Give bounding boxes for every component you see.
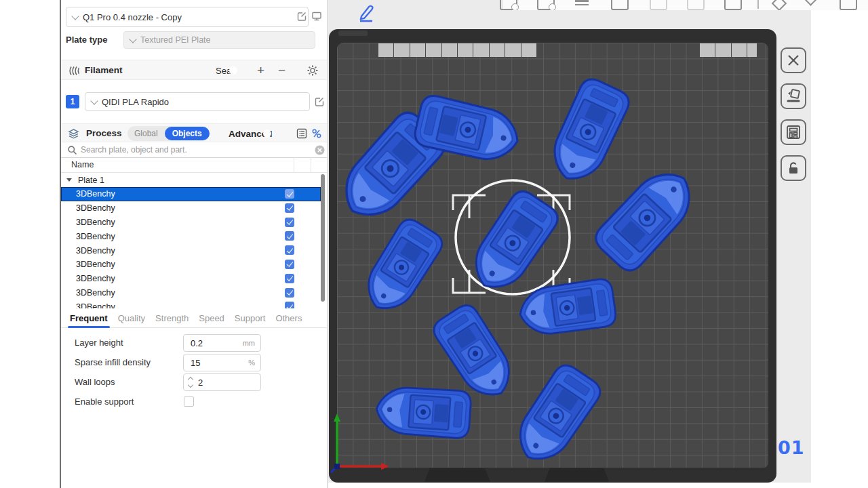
wall-loops-label: Wall loops	[75, 373, 115, 391]
process-layers-icon	[68, 128, 79, 140]
filament-slot-badge[interactable]: 1	[66, 95, 79, 108]
mode-global-option[interactable]: Global	[127, 127, 165, 140]
object-visible-checkbox[interactable]	[285, 288, 294, 298]
benchy-models[interactable]	[331, 75, 704, 472]
plate-settings-icon	[785, 124, 802, 140]
process-section-header: Process Global Objects Advanced	[61, 123, 327, 142]
search-clear-icon[interactable]	[315, 145, 325, 155]
layer-height-unit: mm	[243, 339, 255, 347]
toolbar-icon-stub-chevron[interactable]	[806, 0, 815, 4]
object-row-label: 3DBenchy	[76, 218, 115, 227]
object-visible-checkbox[interactable]	[285, 302, 294, 308]
sparse-infill-input[interactable]: 15 %	[183, 354, 261, 371]
object-row-label: 3DBenchy	[76, 189, 115, 199]
toolbar-icon-stub-sep[interactable]	[757, 0, 759, 9]
process-tab-bar: FrequentQualityStrengthSpeedSupportOther…	[61, 308, 327, 328]
toolbar-icon-stub-box[interactable]	[611, 0, 629, 10]
toolbar-icon-stub-box-badge[interactable]	[500, 0, 517, 10]
object-row[interactable]: 3DBenchy	[61, 258, 321, 272]
tune-params-icon[interactable]	[311, 128, 322, 139]
plate-group-row[interactable]: Plate 1	[61, 173, 321, 187]
tab-others[interactable]: Others	[275, 313, 302, 323]
right-margin	[811, 0, 868, 488]
plate-type-value: Textured PEI Plate	[140, 35, 211, 45]
toolbar-icon-stub-box[interactable]	[840, 0, 857, 10]
object-row[interactable]: 3DBenchy	[61, 201, 321, 216]
edit-filament-icon[interactable]	[313, 96, 326, 108]
lock-open-icon	[786, 161, 801, 176]
object-row[interactable]: 3DBenchy	[61, 229, 321, 243]
layer-height-input[interactable]: 0.2 mm	[183, 334, 261, 352]
benchy-model[interactable]	[517, 278, 617, 338]
auto-arrange-button[interactable]	[781, 83, 806, 109]
scene-canvas[interactable]	[328, 0, 811, 488]
object-list-header: Name	[61, 158, 327, 173]
benchy-model[interactable]	[591, 160, 704, 276]
benchy-model[interactable]	[543, 75, 633, 189]
tab-frequent[interactable]: Frequent	[70, 313, 108, 323]
benchy-model[interactable]	[375, 385, 472, 439]
process-title: Process	[86, 128, 122, 138]
sparse-infill-unit: %	[248, 359, 255, 367]
remove-filament-button[interactable]: −	[278, 60, 285, 81]
object-row[interactable]: 3DBenchy	[61, 216, 321, 230]
enable-support-label: Enable support	[75, 393, 134, 411]
object-visible-checkbox[interactable]	[285, 231, 294, 241]
param-list-icon[interactable]	[296, 128, 307, 139]
filament-section-header: Filament Seal + −	[61, 60, 327, 80]
toolbar-icon-stub-faded[interactable]	[650, 0, 667, 10]
filament-icon	[68, 65, 80, 77]
filament-preset-value: QIDI PLA Rapido	[102, 97, 169, 107]
object-visible-checkbox[interactable]	[285, 260, 294, 269]
object-row[interactable]: 3DBenchy	[61, 300, 321, 308]
settings-sidebar: Q1 Pro 0.4 nozzle - Copy Plate type Text…	[61, 0, 328, 488]
edit-printer-icon[interactable]	[296, 10, 308, 22]
toolbar-icon-stub-faded[interactable]	[687, 0, 705, 10]
column-divider	[294, 158, 294, 173]
filament-settings-gear-icon[interactable]	[307, 64, 319, 77]
tab-quality[interactable]: Quality	[118, 313, 145, 323]
object-row[interactable]: 3DBenchy	[61, 187, 321, 201]
tab-strength[interactable]: Strength	[155, 313, 189, 323]
axis-indicator	[331, 413, 389, 472]
3d-viewport[interactable]: 01	[328, 0, 811, 488]
add-filament-button[interactable]: +	[257, 60, 264, 81]
object-visible-checkbox[interactable]	[285, 274, 294, 283]
stepper-arrows-icon[interactable]	[189, 378, 193, 387]
plate-type-label: Plate type	[66, 31, 107, 49]
wall-loops-stepper[interactable]: 2	[183, 373, 261, 391]
benchy-model[interactable]	[357, 216, 446, 320]
toolbar-icon-stub-box[interactable]	[724, 0, 742, 10]
object-visible-checkbox[interactable]	[285, 189, 294, 199]
object-row[interactable]: 3DBenchy	[61, 286, 321, 300]
chevron-down-icon	[90, 97, 98, 104]
search-bar[interactable]: Search plate, object and part.	[61, 142, 327, 158]
tab-speed[interactable]: Speed	[199, 313, 224, 323]
object-visible-checkbox[interactable]	[285, 203, 294, 213]
list-scrollbar[interactable]	[321, 174, 325, 302]
object-row[interactable]: 3DBenchy	[61, 243, 321, 258]
viewport-bottom-margin	[328, 483, 811, 488]
layer-height-label: Layer height	[75, 334, 123, 352]
object-row-label: 3DBenchy	[76, 274, 115, 283]
object-row[interactable]: 3DBenchy	[61, 272, 321, 286]
filament-preset-select[interactable]: QIDI PLA Rapido	[85, 92, 310, 111]
delete-all-button[interactable]	[781, 47, 806, 73]
plate-settings-button[interactable]	[781, 119, 806, 145]
printer-sync-icon[interactable]	[311, 10, 323, 22]
plate-type-select[interactable]: Textured PEI Plate	[123, 31, 315, 49]
plate-group-label: Plate 1	[78, 176, 104, 185]
filament-title: Filament	[85, 65, 123, 75]
object-visible-checkbox[interactable]	[285, 218, 294, 227]
benchy-model[interactable]	[507, 361, 605, 472]
collapse-chevron-icon[interactable]	[66, 178, 72, 182]
lock-plate-button[interactable]	[781, 155, 806, 181]
mode-objects-option[interactable]: Objects	[165, 127, 210, 140]
toolbar-icon-stub-box-badge[interactable]	[537, 0, 555, 10]
object-visible-checkbox[interactable]	[285, 245, 294, 255]
toolbar-icon-stub-diamond[interactable]	[774, 0, 785, 9]
tab-support[interactable]: Support	[235, 313, 266, 323]
printer-select[interactable]: Q1 Pro 0.4 nozzle - Copy	[66, 7, 309, 27]
toolbar-icon-stub-lines[interactable]	[575, 0, 589, 5]
enable-support-checkbox[interactable]	[184, 396, 194, 407]
